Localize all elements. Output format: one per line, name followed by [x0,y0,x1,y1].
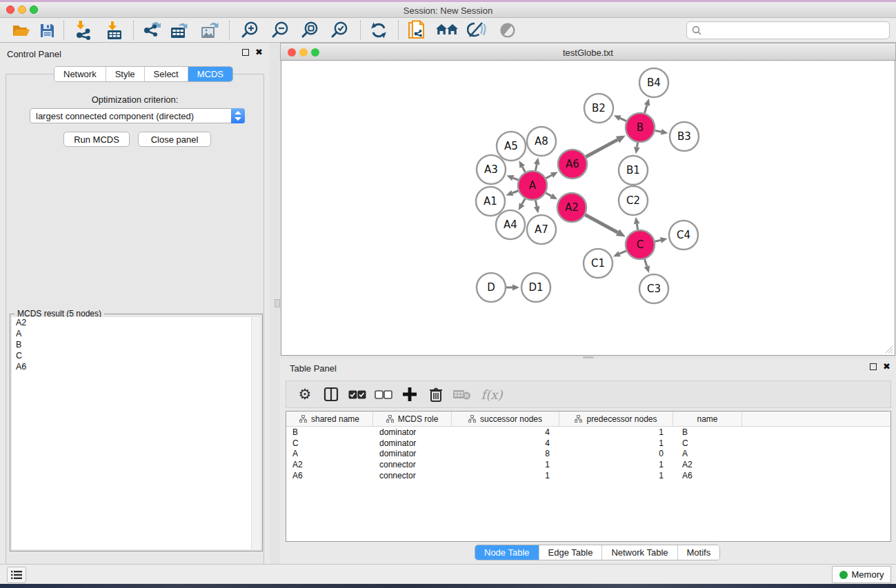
edge-A-A2[interactable] [546,193,551,196]
mcds-result-list[interactable]: A2ABCA6 [12,317,252,549]
tab-network[interactable]: Network [54,67,106,81]
tab-edge-table[interactable]: Edge Table [539,545,602,560]
result-item[interactable]: A [12,328,252,339]
control-panel-title: Control Panel [7,49,61,59]
edge-A-A5[interactable] [522,167,525,172]
task-history-button[interactable] [7,567,26,583]
status-bar: Memory [0,564,896,585]
graph-node-label: A7 [535,223,548,236]
close-panel-button[interactable]: Close panel [138,132,211,147]
tab-select[interactable]: Select [144,67,188,81]
float-table-panel-icon[interactable] [870,363,877,370]
save-session-button[interactable] [34,20,59,41]
network-window: testGlobe.txt AA1A2A3A4A5A6A7A8BB1B2B3B4… [280,43,896,356]
search-input[interactable] [705,26,889,36]
hierarchy-icon [575,415,582,423]
table-toolbar: ⚙ f(x) [286,381,891,408]
export-table-button[interactable] [167,20,192,41]
result-item[interactable]: A2 [12,317,252,328]
edge-A2-C[interactable] [585,215,617,233]
refresh-icon [370,21,388,39]
table-row[interactable]: Cdominator41C [286,438,890,449]
hide-labels-button[interactable] [464,20,489,41]
tab-mcds[interactable]: MCDS [188,67,232,81]
plus-icon [402,387,417,402]
edge-A6-B[interactable] [586,140,617,157]
result-scrollbar[interactable] [251,317,261,549]
search-field[interactable] [686,21,890,39]
table-row[interactable]: A2connector11A2 [286,459,890,470]
edge-A-A8[interactable] [535,164,537,170]
edge-C-C4[interactable] [655,240,660,241]
edge-B-B1[interactable] [637,143,637,148]
column-header-successor-nodes[interactable]: successor nodes [452,412,559,426]
hide-labels-icon [467,21,486,39]
new-network-button[interactable] [404,20,429,41]
add-column-button[interactable] [397,383,423,406]
toolbar-separator [360,21,361,40]
export-network-button[interactable] [139,20,164,41]
import-network-button[interactable] [71,20,96,41]
graph-node-label: B1 [626,164,640,176]
zoom-fit-button[interactable] [297,20,322,41]
tab-style[interactable]: Style [106,67,144,81]
open-file-button[interactable] [9,20,34,41]
result-item[interactable]: A6 [12,361,252,372]
unselect-all-button[interactable] [370,383,397,406]
import-table-button[interactable] [102,20,127,41]
table-cell: A [286,449,373,458]
graph-node-label: B2 [592,102,606,114]
tab-node-table[interactable]: Node Table [475,545,539,560]
edge-A-A1[interactable] [512,191,519,193]
new-network-document-icon [407,20,426,41]
table-settings-button[interactable]: ⚙ [292,383,318,406]
float-panel-icon[interactable] [242,49,249,56]
result-item[interactable]: B [12,339,252,350]
network-window-titlebar[interactable]: testGlobe.txt [280,43,896,61]
edge-C-C1[interactable] [619,251,626,254]
zoom-out-button[interactable] [268,20,292,41]
run-mcds-button[interactable]: Run MCDS [63,132,130,147]
column-header-shared-name[interactable]: shared name [286,412,373,426]
export-network-icon [142,21,161,40]
show-graphics-button[interactable] [495,20,520,41]
edge-A-A7[interactable] [535,201,537,207]
edge-arrowhead [634,217,640,225]
zoom-in-button[interactable] [237,20,262,41]
graph-node-label: C2 [626,194,640,207]
close-panel-icon[interactable]: ✖ [255,49,263,56]
delete-table-button[interactable] [449,383,475,406]
table-row[interactable]: Bdominator41B [286,427,890,438]
delete-column-button[interactable] [423,383,449,406]
tab-network-table[interactable]: Network Table [601,545,677,560]
result-item[interactable]: C [12,350,252,361]
column-selector-button[interactable] [318,383,344,406]
edge-B-B4[interactable] [644,105,647,112]
home-button[interactable] [435,20,459,41]
edge-A-A4[interactable] [522,199,526,204]
table-row[interactable]: A6connector11A6 [286,470,890,481]
tab-motifs[interactable]: Motifs [677,545,720,560]
edge-A-A6[interactable] [546,175,552,179]
graph-node-label: A4 [504,219,517,231]
function-builder-button[interactable]: f(x) [475,383,508,406]
memory-button[interactable]: Memory [832,566,891,583]
column-header-name[interactable]: name [673,412,742,426]
export-image-button[interactable] [197,20,222,41]
network-canvas[interactable]: AA1A2A3A4A5A6A7A8BB1B2B3B4CC1C2C3C4DD1 [281,61,895,356]
select-all-button[interactable] [344,383,370,406]
column-header-MCDS-role[interactable]: MCDS role [373,412,452,426]
criterion-dropdown[interactable]: largest connected component (directed) [30,108,245,123]
edge-B-B3[interactable] [655,130,661,132]
network-vertical-scroll-thumb[interactable] [275,299,280,307]
table-row[interactable]: Adominator80A [286,449,890,460]
edge-A-A3[interactable] [513,178,519,180]
zoom-selected-button[interactable] [327,20,352,41]
close-table-panel-icon[interactable]: ✖ [883,363,890,370]
resize-grip-icon[interactable] [884,345,893,353]
column-header-predecessor-nodes[interactable]: predecessor nodes [559,412,673,426]
edge-B-B2[interactable] [620,118,626,121]
edge-C-C3[interactable] [645,259,647,267]
edge-C-C2[interactable] [637,224,637,230]
refresh-button[interactable] [366,20,391,41]
